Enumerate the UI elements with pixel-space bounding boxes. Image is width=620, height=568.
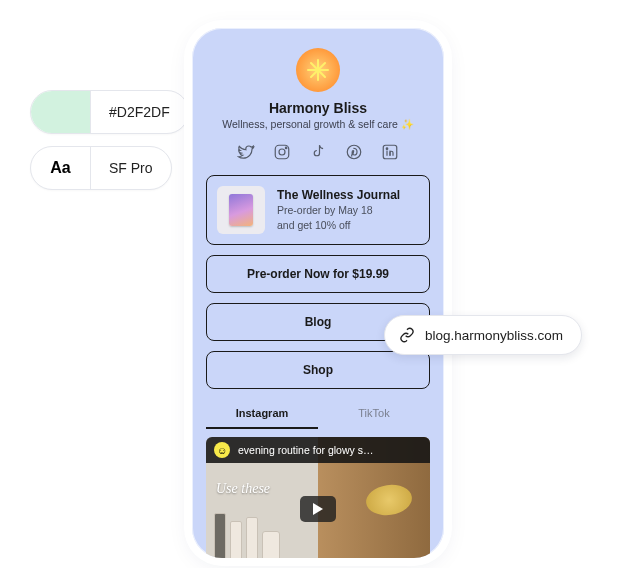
shop-button[interactable]: Shop <box>206 351 430 389</box>
video-overlay-text: Use these <box>216 481 270 497</box>
link-icon <box>399 327 415 343</box>
feature-subtitle-1: Pre-order by May 18 <box>277 203 400 217</box>
color-hex-label: #D2F2DF <box>91 104 188 120</box>
feature-subtitle-2: and get 10% off <box>277 218 400 232</box>
preorder-button[interactable]: Pre-order Now for $19.99 <box>206 255 430 293</box>
preorder-button-label: Pre-order Now for $19.99 <box>217 267 419 281</box>
color-chip[interactable]: #D2F2DF <box>30 90 189 134</box>
tiktok-icon[interactable] <box>309 143 327 161</box>
phone-preview-frame: Harmony Bliss Wellness, personal growth … <box>192 28 444 558</box>
linkedin-icon[interactable] <box>381 143 399 161</box>
url-callout-text: blog.harmonybliss.com <box>425 328 563 343</box>
play-icon[interactable] <box>300 496 336 522</box>
twitter-icon[interactable] <box>237 143 255 161</box>
instagram-icon[interactable] <box>273 143 291 161</box>
social-row <box>206 143 430 161</box>
tab-tiktok[interactable]: TikTok <box>318 399 430 429</box>
font-sample-icon: Aa <box>31 147 91 189</box>
profile-avatar[interactable] <box>296 48 340 92</box>
tab-instagram[interactable]: Instagram <box>206 399 318 429</box>
svg-point-5 <box>279 149 285 155</box>
video-graphic-eyepatch <box>364 482 414 518</box>
pinterest-icon[interactable] <box>345 143 363 161</box>
url-callout[interactable]: blog.harmonybliss.com <box>384 315 582 355</box>
profile-name: Harmony Bliss <box>206 100 430 116</box>
feature-card[interactable]: The Wellness Journal Pre-order by May 18… <box>206 175 430 245</box>
svg-point-6 <box>285 147 287 149</box>
shop-button-label: Shop <box>217 363 419 377</box>
book-icon <box>229 194 253 226</box>
feed-tabs: Instagram TikTok <box>206 399 430 429</box>
font-chip[interactable]: Aa SF Pro <box>30 146 172 190</box>
video-header: ☺ evening routine for glowy s… <box>206 437 430 463</box>
sparkle-icon <box>306 58 330 82</box>
video-graphic-bottles <box>214 513 280 558</box>
color-swatch <box>31 91 91 133</box>
font-name-label: SF Pro <box>91 160 171 176</box>
feature-thumbnail <box>217 186 265 234</box>
svg-point-10 <box>386 148 388 150</box>
profile-tagline: Wellness, personal growth & self care ✨ <box>206 118 430 131</box>
smiley-icon: ☺ <box>214 442 230 458</box>
video-title: evening routine for glowy s… <box>238 444 373 456</box>
feature-title: The Wellness Journal <box>277 188 400 202</box>
video-thumbnail[interactable]: ☺ evening routine for glowy s… Use these <box>206 437 430 558</box>
